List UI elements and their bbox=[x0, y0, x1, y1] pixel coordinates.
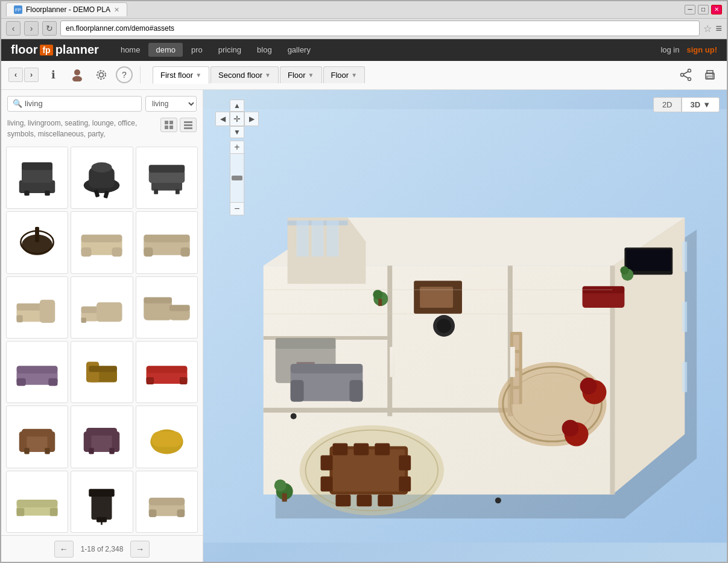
url-bar[interactable] bbox=[60, 21, 700, 36]
svg-rect-88 bbox=[89, 489, 115, 497]
tab-close-btn[interactable]: ✕ bbox=[114, 6, 119, 14]
svg-point-119 bbox=[437, 319, 451, 333]
settings-icon[interactable] bbox=[92, 65, 111, 84]
svg-point-2 bbox=[100, 73, 104, 77]
nav-gallery[interactable]: gallery bbox=[280, 43, 318, 57]
list-item[interactable] bbox=[6, 341, 68, 403]
svg-point-4 bbox=[688, 69, 691, 72]
pan-controls: ▲ ◀ ✛ ▶ ▼ + − bbox=[215, 100, 259, 215]
prev-page-btn[interactable]: ← bbox=[54, 541, 74, 558]
list-item[interactable] bbox=[71, 211, 133, 273]
floor-tab-first[interactable]: First floor ▼ bbox=[153, 66, 209, 84]
svg-rect-40 bbox=[81, 247, 92, 256]
user-icon[interactable] bbox=[68, 65, 87, 84]
window-controls: ─ □ ✕ bbox=[685, 5, 722, 14]
signup-link[interactable]: sign up! bbox=[686, 45, 717, 54]
svg-rect-121 bbox=[626, 249, 671, 271]
maximize-btn[interactable]: □ bbox=[698, 5, 709, 14]
list-item[interactable] bbox=[6, 471, 68, 533]
svg-rect-153 bbox=[291, 364, 363, 374]
next-page-btn[interactable]: → bbox=[130, 541, 150, 558]
svg-point-5 bbox=[688, 78, 691, 81]
login-link[interactable]: log in bbox=[660, 45, 679, 54]
nav-right: log in sign up! bbox=[660, 45, 717, 54]
floor-tab-four[interactable]: Floor ▼ bbox=[323, 66, 366, 83]
svg-line-7 bbox=[683, 72, 688, 75]
pan-up-btn[interactable]: ▲ bbox=[230, 100, 244, 112]
menu-btn[interactable]: ≡ bbox=[715, 22, 722, 35]
zoom-in-btn[interactable]: + bbox=[230, 141, 244, 154]
2d-view-btn[interactable]: 2D bbox=[653, 97, 682, 112]
svg-point-27 bbox=[92, 162, 112, 173]
list-item[interactable] bbox=[71, 341, 133, 403]
floor-tab-three[interactable]: Floor ▼ bbox=[280, 66, 322, 83]
history-back-btn[interactable]: ‹ bbox=[8, 68, 23, 82]
list-item[interactable] bbox=[71, 147, 133, 209]
svg-rect-33 bbox=[154, 189, 158, 194]
nav-blog[interactable]: blog bbox=[250, 43, 279, 57]
forward-btn[interactable]: › bbox=[24, 21, 39, 36]
nav-demo[interactable]: demo bbox=[148, 43, 183, 57]
zoom-slider[interactable] bbox=[230, 154, 244, 202]
3d-view-btn[interactable]: 3D ▼ bbox=[682, 97, 720, 112]
svg-rect-138 bbox=[353, 444, 369, 456]
help-icon[interactable]: ? bbox=[116, 66, 133, 83]
floor-tab-second[interactable]: Second floor ▼ bbox=[210, 66, 279, 83]
browser-tab[interactable]: FP Floorplanner - DEMO PLA ✕ bbox=[6, 2, 127, 16]
refresh-btn[interactable]: ↻ bbox=[42, 21, 57, 36]
pan-left-btn[interactable]: ◀ bbox=[215, 112, 230, 126]
list-item[interactable] bbox=[136, 147, 198, 209]
list-item[interactable] bbox=[6, 276, 68, 339]
bookmark-btn[interactable]: ☆ bbox=[703, 23, 712, 34]
share-btn[interactable] bbox=[676, 65, 695, 84]
floor-plan-svg[interactable] bbox=[203, 90, 727, 562]
list-item[interactable] bbox=[136, 211, 198, 273]
list-item[interactable] bbox=[136, 276, 198, 339]
svg-point-1 bbox=[72, 76, 82, 81]
list-view-btn[interactable] bbox=[180, 118, 197, 132]
svg-rect-56 bbox=[144, 297, 172, 303]
nav-links: home demo pro pricing blog gallery bbox=[113, 43, 318, 57]
zoom-out-btn[interactable]: − bbox=[230, 202, 244, 215]
svg-rect-13 bbox=[165, 121, 168, 124]
minimize-btn[interactable]: ─ bbox=[685, 5, 695, 14]
pan-right-btn[interactable]: ▶ bbox=[244, 112, 259, 126]
search-input[interactable] bbox=[25, 99, 136, 108]
svg-rect-24 bbox=[45, 191, 50, 196]
list-item[interactable] bbox=[71, 471, 133, 533]
list-item[interactable] bbox=[136, 341, 198, 403]
history-forward-btn[interactable]: › bbox=[24, 68, 39, 82]
print-btn[interactable] bbox=[700, 65, 720, 84]
svg-rect-79 bbox=[89, 448, 95, 454]
list-item[interactable] bbox=[71, 406, 133, 468]
share-svg bbox=[679, 68, 692, 81]
list-item[interactable] bbox=[136, 406, 198, 468]
close-btn[interactable]: ✕ bbox=[711, 5, 722, 14]
info-icon[interactable]: ℹ bbox=[43, 65, 63, 84]
svg-rect-39 bbox=[81, 235, 122, 243]
app-toolbar: ‹ › ℹ ? First floor bbox=[1, 61, 727, 90]
zoom-handle[interactable] bbox=[232, 176, 242, 180]
back-btn[interactable]: ‹ bbox=[6, 21, 21, 36]
svg-rect-61 bbox=[48, 378, 57, 386]
list-item[interactable] bbox=[71, 276, 133, 339]
nav-pricing[interactable]: pricing bbox=[211, 43, 248, 57]
pan-center-btn[interactable]: ✛ bbox=[230, 112, 244, 126]
svg-rect-84 bbox=[17, 500, 58, 507]
canvas-area: ▲ ◀ ✛ ▶ ▼ + − bbox=[203, 90, 727, 562]
grid-view-btn[interactable] bbox=[160, 118, 177, 132]
svg-rect-155 bbox=[349, 380, 362, 402]
category-select[interactable]: living bedroom kitchen bathroom office bbox=[145, 96, 197, 112]
nav-home[interactable]: home bbox=[113, 43, 148, 57]
list-item[interactable] bbox=[6, 147, 68, 209]
person-svg bbox=[71, 68, 84, 81]
nav-pro[interactable]: pro bbox=[184, 43, 210, 57]
svg-rect-66 bbox=[146, 366, 187, 373]
list-item[interactable] bbox=[6, 211, 68, 273]
list-item[interactable] bbox=[136, 471, 198, 533]
svg-rect-60 bbox=[17, 378, 26, 386]
list-item[interactable] bbox=[6, 406, 68, 468]
pan-down-btn[interactable]: ▼ bbox=[230, 126, 244, 138]
svg-rect-73 bbox=[24, 448, 30, 454]
3d-dropdown-icon: ▼ bbox=[703, 100, 711, 109]
